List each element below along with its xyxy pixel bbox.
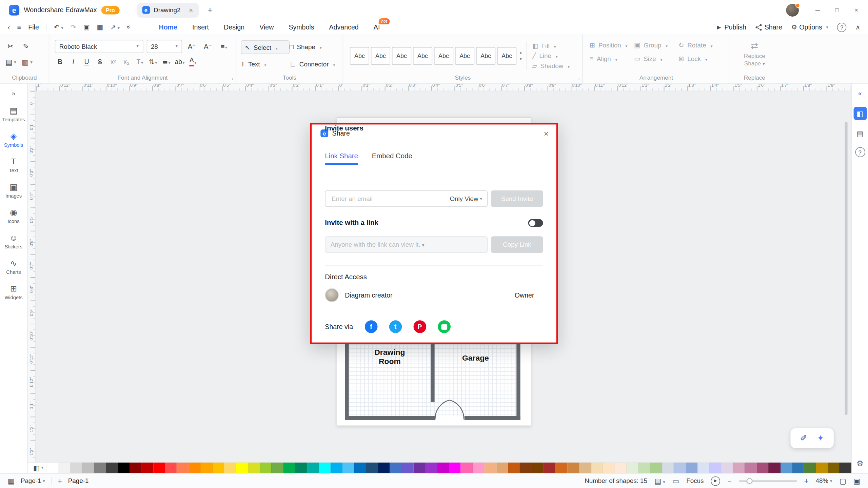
color-swatch[interactable]	[307, 463, 319, 473]
color-swatch[interactable]	[579, 463, 591, 473]
style-sample[interactable]: Abc	[392, 47, 411, 65]
color-swatch[interactable]	[295, 463, 307, 473]
menu-tab[interactable]: View	[259, 23, 274, 31]
fill-bucket-icon[interactable]: ◧	[28, 464, 47, 472]
color-swatch[interactable]	[544, 463, 555, 473]
color-swatch[interactable]	[591, 463, 603, 473]
notes-panel-icon[interactable]: ▤	[856, 129, 863, 138]
color-swatch[interactable]	[200, 463, 212, 473]
color-swatch[interactable]	[437, 463, 449, 473]
text-format-button[interactable]: ≣	[160, 56, 173, 68]
style-sample[interactable]: Abc	[413, 47, 432, 65]
menu-tab[interactable]: Insert	[192, 23, 209, 31]
color-swatch[interactable]	[520, 463, 532, 473]
more-tools-icon[interactable]: »	[125, 25, 133, 29]
color-swatch[interactable]	[733, 463, 745, 473]
text-format-button[interactable]: ab	[173, 56, 186, 68]
color-swatch[interactable]	[745, 463, 757, 473]
color-swatch[interactable]	[331, 463, 342, 473]
redo-button[interactable]: ↷	[71, 23, 76, 31]
expand-dialog-icon[interactable]: ⌟	[231, 75, 233, 81]
text-format-button[interactable]: A	[186, 56, 199, 68]
format-panel-button[interactable]: ◧	[853, 107, 867, 120]
tool-button[interactable]: T Text	[241, 58, 290, 70]
paste-icon[interactable]: ▤	[5, 56, 16, 68]
social-share-button[interactable]: t	[389, 320, 402, 333]
color-swatch[interactable]	[709, 463, 721, 473]
color-swatch[interactable]	[319, 463, 331, 473]
clipboard-icon[interactable]: ▥	[22, 56, 33, 68]
color-swatch[interactable]	[414, 463, 426, 473]
new-tab-button[interactable]: +	[208, 5, 213, 15]
copy-link-button[interactable]: Copy Link	[491, 236, 543, 253]
presentation-play-icon[interactable]: ▶	[711, 476, 721, 486]
color-swatch[interactable]	[283, 463, 295, 473]
text-format-button[interactable]: I	[67, 56, 80, 68]
style-scroll-down-icon[interactable]: ▾	[520, 57, 522, 61]
color-swatch[interactable]	[342, 463, 354, 473]
color-swatch[interactable]	[567, 463, 579, 473]
save-button[interactable]: ▣	[83, 23, 90, 31]
color-swatch[interactable]	[780, 463, 792, 473]
text-format-button[interactable]: x²	[107, 56, 120, 68]
tool-button[interactable]: ∟ Connector	[290, 58, 343, 70]
sidebar-expand-icon[interactable]: »	[12, 89, 16, 97]
style-sample[interactable]: Abc	[350, 47, 369, 65]
arrange-button[interactable]: ↻ Rotate	[678, 41, 723, 49]
color-swatch[interactable]	[118, 463, 130, 473]
hamburger-menu-icon[interactable]: ≡	[17, 23, 21, 31]
arrange-button[interactable]: ⊠ Lock	[678, 55, 723, 63]
tool-button[interactable]: □ Shape	[290, 40, 343, 53]
zoom-level-select[interactable]: 48%	[815, 477, 832, 484]
color-swatch[interactable]	[272, 463, 283, 473]
close-button[interactable]: ×	[851, 7, 861, 14]
minimize-button[interactable]: ─	[813, 7, 823, 14]
sidebar-item[interactable]: ☺ Stickers	[5, 233, 22, 249]
color-swatch[interactable]	[224, 463, 236, 473]
export-button[interactable]: ↗	[110, 23, 120, 31]
link-permission-text[interactable]: Anyone with the link can view it.	[331, 241, 482, 248]
menu-tab[interactable]: Design	[224, 23, 244, 31]
tab-close-icon[interactable]: ×	[189, 6, 193, 14]
sidebar-item[interactable]: ▣ Images	[5, 183, 22, 199]
text-format-button[interactable]: S	[94, 56, 106, 68]
dialog-tab[interactable]: Link Share	[325, 152, 358, 165]
font-size-select[interactable]: 28	[146, 40, 182, 53]
color-swatch[interactable]	[615, 463, 627, 473]
color-swatch[interactable]	[82, 463, 94, 473]
color-swatch[interactable]	[94, 463, 106, 473]
color-swatch[interactable]	[757, 463, 769, 473]
undo-button[interactable]: ↶	[54, 23, 63, 31]
fit-window-icon[interactable]: ▣	[853, 477, 860, 485]
text-format-button[interactable]: x₂	[120, 56, 133, 68]
color-swatch[interactable]	[390, 463, 402, 473]
page-select[interactable]: Page-1	[21, 477, 45, 484]
color-swatch[interactable]	[555, 463, 567, 473]
color-swatch[interactable]	[425, 463, 437, 473]
format-painter-icon[interactable]: ✎	[21, 40, 31, 52]
sidebar-item[interactable]: T Text	[9, 157, 18, 173]
style-sample[interactable]: Abc	[497, 47, 516, 65]
menu-tab[interactable]: Symbols	[289, 23, 314, 31]
arrange-button[interactable]: ⊞ Position	[590, 41, 634, 49]
options-button[interactable]: ⚙ Options	[791, 23, 828, 31]
back-icon[interactable]: ‹	[8, 23, 10, 31]
layers-icon[interactable]: ▤	[654, 477, 665, 485]
panel-collapse-icon[interactable]: «	[858, 89, 862, 97]
color-swatch[interactable]	[627, 463, 638, 473]
color-swatch[interactable]	[638, 463, 650, 473]
color-swatch[interactable]	[236, 463, 248, 473]
font-family-select[interactable]: Roboto Black	[55, 40, 143, 53]
expand-dialog-icon[interactable]: ⌟	[577, 75, 579, 81]
publish-button[interactable]: ► Publish	[716, 23, 746, 31]
file-menu[interactable]: File	[28, 23, 39, 31]
style-sample[interactable]: Abc	[476, 47, 495, 65]
color-swatch[interactable]	[485, 463, 496, 473]
font-action-button[interactable]: ≡	[218, 40, 231, 52]
color-swatch[interactable]	[106, 463, 118, 473]
dialog-close-icon[interactable]: ×	[544, 129, 549, 138]
color-swatch[interactable]	[402, 463, 414, 473]
menu-tab[interactable]: Advanced	[329, 23, 359, 31]
style-option-button[interactable]: ╱ Line	[532, 52, 570, 60]
settings-gear-icon[interactable]: ⚙	[856, 459, 864, 467]
